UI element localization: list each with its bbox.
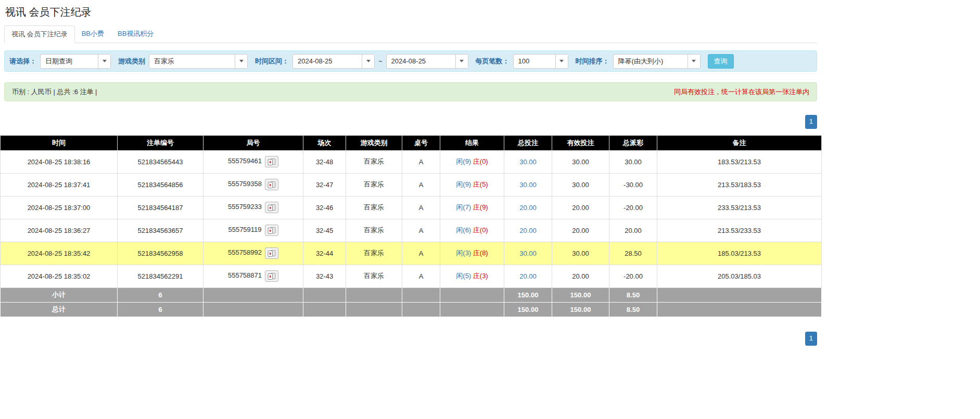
cell-valid-bet: 20.00 — [552, 265, 609, 287]
cell-session: 32-46 — [303, 196, 346, 219]
query-type-label: 请选择： — [9, 57, 36, 66]
game-type-value: 百家乐 — [149, 55, 235, 68]
chevron-down-icon[interactable] — [455, 55, 468, 68]
header-total-bet: 总投注 — [504, 135, 552, 150]
result-banker: 庄(0) — [473, 158, 488, 165]
page-size-label: 每页笔数： — [476, 57, 510, 66]
caret-shape — [103, 60, 107, 62]
page-size-value: 100 — [514, 55, 555, 68]
cell-result: 闲(3) 庄(8) — [440, 242, 504, 265]
subtotal-payout: 8.50 — [609, 287, 657, 302]
round-replay-button[interactable] — [265, 247, 278, 259]
query-button[interactable]: 查询 — [708, 54, 734, 69]
cell-total-bet: 30.00 — [504, 173, 552, 196]
cell-total-bet: 30.00 — [504, 242, 552, 265]
round-replay-button[interactable] — [265, 202, 278, 213]
total-bet-link[interactable]: 30.00 — [519, 250, 537, 257]
cell-round-id: 555759119 — [203, 219, 303, 242]
caret-shape — [692, 60, 696, 62]
tab-betting-records[interactable]: 视讯 会员下注纪录 — [4, 25, 75, 43]
game-type-select[interactable]: 百家乐 — [149, 54, 248, 69]
chevron-down-icon[interactable] — [235, 55, 247, 68]
date-from-value: 2024-08-25 — [293, 55, 362, 68]
chevron-down-icon[interactable] — [362, 55, 374, 68]
total-payout: 8.50 — [609, 302, 657, 317]
page-1-button[interactable]: 1 — [805, 332, 817, 346]
filter-bar: 请选择： 日期查询 游戏类别 百家乐 时间区间： 2024-08-25 ~ 20… — [4, 50, 817, 72]
cell-bet-id: 521834564856 — [118, 173, 203, 196]
chevron-down-icon[interactable] — [98, 55, 110, 68]
cell-table-no: A — [402, 173, 440, 196]
cell-session: 32-45 — [303, 219, 346, 242]
valid-bet-notice-text: 同局有效投注，统一计算在该局第一张注单内 — [674, 87, 809, 97]
chevron-down-icon[interactable] — [555, 55, 568, 68]
round-replay-button[interactable] — [265, 156, 278, 167]
date-range-separator: ~ — [378, 57, 383, 65]
round-replay-button[interactable] — [265, 179, 278, 190]
total-bet-link[interactable]: 30.00 — [519, 158, 537, 166]
cell-valid-bet: 30.00 — [552, 173, 609, 196]
game-type-label: 游戏类别 — [118, 57, 145, 66]
cell-time: 2024-08-25 18:35:02 — [1, 265, 118, 287]
cell-total-bet: 30.00 — [504, 150, 552, 173]
caret-shape — [460, 60, 464, 62]
subtotal-row: 小计 6 150.00 150.00 8.50 — [1, 287, 822, 302]
round-id-text: 555759461 — [228, 158, 262, 165]
cards-icon — [268, 250, 276, 257]
tab-bb-tips[interactable]: BB小费 — [75, 25, 111, 43]
total-bet-link[interactable]: 20.00 — [519, 204, 537, 212]
total-bet-link[interactable]: 20.00 — [519, 227, 537, 234]
header-time: 时间 — [1, 135, 118, 150]
caret-shape — [239, 60, 244, 62]
date-from-input[interactable]: 2024-08-25 — [292, 54, 375, 69]
subtotal-valid-bet: 150.00 — [552, 287, 609, 302]
date-range-label: 时间区间： — [255, 57, 289, 66]
result-banker: 庄(8) — [473, 249, 488, 257]
total-row: 总计 6 150.00 150.00 8.50 — [1, 302, 822, 317]
cards-icon — [268, 159, 276, 165]
date-to-value: 2024-08-25 — [387, 55, 455, 68]
total-bet-link[interactable]: 20.00 — [519, 272, 537, 280]
header-table-no: 桌号 — [402, 135, 440, 150]
cell-result: 闲(6) 庄(0) — [440, 219, 504, 242]
cell-session: 32-43 — [303, 265, 346, 287]
header-result: 结果 — [440, 135, 504, 150]
result-player: 闲(6) — [456, 226, 471, 234]
round-id-text: 555759233 — [228, 203, 262, 211]
cell-table-no: A — [402, 219, 440, 242]
cell-total-bet: 20.00 — [504, 196, 552, 219]
chevron-down-icon[interactable] — [688, 55, 700, 68]
total-count: 6 — [118, 302, 203, 317]
cell-payout: 28.50 — [609, 242, 657, 265]
round-id-text: 555758871 — [228, 272, 262, 280]
round-replay-button[interactable] — [265, 225, 278, 236]
result-banker: 庄(0) — [473, 226, 488, 234]
cell-table-no: A — [402, 196, 440, 219]
query-type-select[interactable]: 日期查询 — [40, 54, 111, 69]
date-to-input[interactable]: 2024-08-25 — [386, 54, 468, 69]
cards-icon — [268, 204, 276, 211]
cell-remark: 183.53/213.53 — [657, 150, 822, 173]
sort-order-label: 时间排序： — [576, 57, 609, 66]
cell-table-no: A — [402, 150, 440, 173]
cell-bet-id: 521834563657 — [118, 219, 203, 242]
round-id-text: 555759119 — [228, 226, 261, 234]
cell-game-type: 百家乐 — [346, 150, 402, 173]
round-replay-button[interactable] — [265, 270, 278, 282]
cell-bet-id: 521834562958 — [118, 242, 203, 265]
round-id-text: 555759358 — [228, 180, 262, 188]
cell-remark: 213.53/233.53 — [657, 219, 822, 242]
cell-session: 32-44 — [303, 242, 346, 265]
page-1-button[interactable]: 1 — [805, 115, 817, 129]
cell-valid-bet: 20.00 — [552, 196, 609, 219]
cell-session: 32-48 — [303, 150, 346, 173]
tab-bb-video-points[interactable]: BB视讯积分 — [111, 25, 160, 43]
sort-order-select[interactable]: 降幂(由大到小) — [613, 54, 701, 69]
page-size-select[interactable]: 100 — [513, 54, 568, 69]
cell-bet-id: 521834565443 — [118, 150, 203, 173]
total-bet-link[interactable]: 30.00 — [519, 181, 537, 189]
result-player: 闲(3) — [456, 249, 471, 257]
table-summary: 小计 6 150.00 150.00 8.50 总计 6 150.00 150.… — [1, 287, 822, 317]
cell-game-type: 百家乐 — [346, 242, 402, 265]
cell-time: 2024-08-25 18:37:00 — [1, 196, 118, 219]
